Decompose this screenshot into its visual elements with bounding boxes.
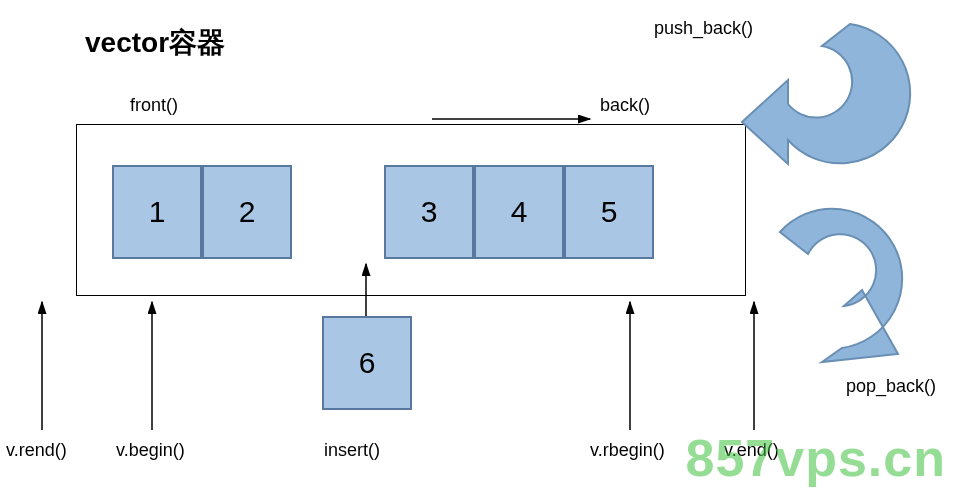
insert-cell: 6 <box>322 316 412 410</box>
vector-cell-4: 4 <box>474 165 564 259</box>
vector-cell-1: 1 <box>112 165 202 259</box>
label-pop-back: pop_back() <box>846 376 936 397</box>
push-back-arrow-icon <box>742 24 910 164</box>
vector-cell-5: 5 <box>564 165 654 259</box>
label-insert: insert() <box>324 440 380 461</box>
watermark-text: 857vps.cn <box>686 428 947 488</box>
label-rend: v.rend() <box>6 440 67 461</box>
page-title: vector容器 <box>85 24 225 62</box>
label-begin: v.begin() <box>116 440 185 461</box>
label-back: back() <box>600 95 650 116</box>
label-rbegin: v.rbegin() <box>590 440 665 461</box>
pop-back-arrow-icon <box>780 209 902 362</box>
vector-cell-3: 3 <box>384 165 474 259</box>
label-front: front() <box>130 95 178 116</box>
vector-cell-2: 2 <box>202 165 292 259</box>
label-push-back: push_back() <box>654 18 753 39</box>
